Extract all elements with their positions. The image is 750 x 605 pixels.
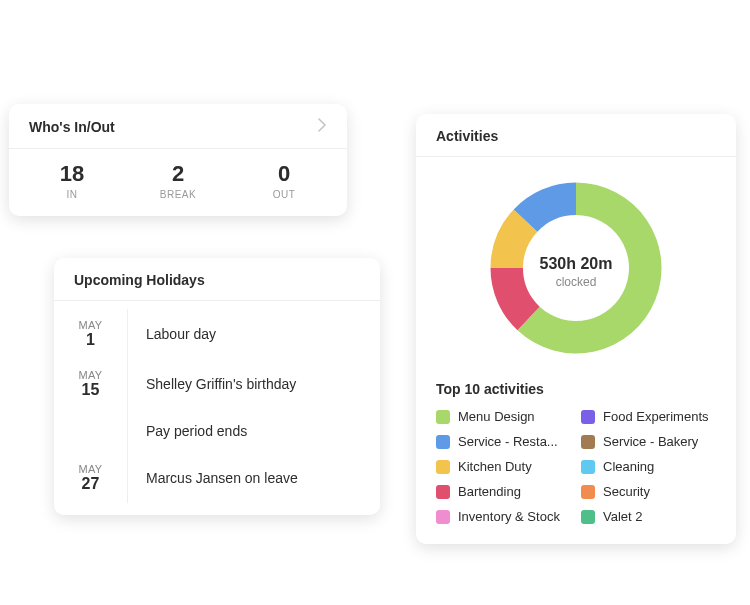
legend-swatch [581,485,595,499]
holiday-row: MAY 15 Shelley Griffin's birthday [54,359,380,409]
legend-swatch [581,410,595,424]
top-activities-title: Top 10 activities [436,381,716,397]
holiday-month: MAY [79,369,103,381]
upcoming-holidays-title: Upcoming Holidays [74,272,205,288]
stat-break: 2 BREAK [125,161,231,200]
whos-in-out-title: Who's In/Out [29,119,115,135]
donut-center: 530h 20m clocked [540,255,613,289]
legend-item: Valet 2 [581,509,716,524]
stat-out: 0 OUT [231,161,337,200]
holiday-row: MAY 1 Labour day [54,309,380,359]
stat-label: OUT [231,189,337,200]
legend-swatch [436,410,450,424]
stat-value: 18 [19,161,125,187]
chevron-right-icon [317,118,327,136]
holiday-month: MAY [79,319,103,331]
legend-swatch [436,460,450,474]
stat-label: IN [19,189,125,200]
holiday-month: MAY [79,463,103,475]
holiday-date [54,409,128,453]
stat-label: BREAK [125,189,231,200]
legend-label: Food Experiments [603,409,709,424]
holiday-event: Marcus Jansen on leave [128,453,380,503]
activities-donut-chart: 530h 20m clocked [436,167,716,381]
legend-item: Service - Resta... [436,434,571,449]
legend-label: Bartending [458,484,521,499]
stats-row: 18 IN 2 BREAK 0 OUT [9,149,347,216]
activities-title: Activities [436,128,498,144]
legend-label: Service - Bakery [603,434,698,449]
legend-swatch [581,510,595,524]
legend-label: Security [603,484,650,499]
upcoming-holidays-card: Upcoming Holidays MAY 1 Labour day MAY 1… [54,258,380,515]
legend-swatch [581,460,595,474]
legend-item: Kitchen Duty [436,459,571,474]
holiday-date: MAY 1 [54,309,128,359]
legend-label: Menu Design [458,409,535,424]
legend-label: Kitchen Duty [458,459,532,474]
holiday-row: MAY 27 Marcus Jansen on leave [54,453,380,503]
upcoming-holidays-header: Upcoming Holidays [54,258,380,301]
legend-swatch [436,435,450,449]
stat-value: 0 [231,161,337,187]
legend-swatch [436,510,450,524]
whos-in-out-header[interactable]: Who's In/Out [9,104,347,149]
whos-in-out-card: Who's In/Out 18 IN 2 BREAK 0 OUT [9,104,347,216]
holiday-event: Pay period ends [128,409,380,453]
legend-grid: Menu Design Food Experiments Service - R… [436,409,716,524]
holiday-event: Shelley Griffin's birthday [128,359,380,409]
legend-item: Cleaning [581,459,716,474]
holiday-date: MAY 27 [54,453,128,503]
legend-item: Menu Design [436,409,571,424]
legend-swatch [581,435,595,449]
donut-center-value: 530h 20m [540,255,613,273]
legend-label: Service - Resta... [458,434,558,449]
holiday-row: Pay period ends [54,409,380,453]
legend-item: Service - Bakery [581,434,716,449]
holiday-date: MAY 15 [54,359,128,409]
legend-label: Cleaning [603,459,654,474]
legend-item: Bartending [436,484,571,499]
activities-header: Activities [416,114,736,157]
holiday-day: 15 [82,381,100,399]
stat-in: 18 IN [19,161,125,200]
donut-center-sub: clocked [540,275,613,289]
legend-item: Inventory & Stock [436,509,571,524]
legend-label: Inventory & Stock [458,509,560,524]
activities-card: Activities 530h 20m clocked Top 10 activ… [416,114,736,544]
holiday-day: 27 [82,475,100,493]
legend-label: Valet 2 [603,509,643,524]
legend-item: Food Experiments [581,409,716,424]
holidays-body: MAY 1 Labour day MAY 15 Shelley Griffin'… [54,301,380,515]
stat-value: 2 [125,161,231,187]
activities-body: 530h 20m clocked Top 10 activities Menu … [416,157,736,544]
legend-item: Security [581,484,716,499]
holiday-day: 1 [86,331,95,349]
legend-swatch [436,485,450,499]
holiday-event: Labour day [128,309,380,359]
